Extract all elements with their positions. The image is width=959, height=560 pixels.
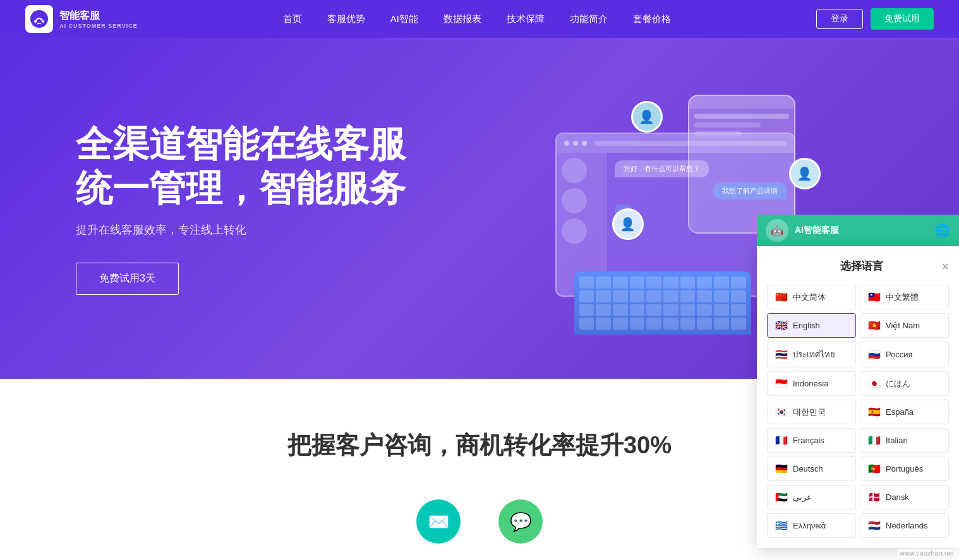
svg-point-1 — [34, 20, 37, 23]
keyboard-key — [731, 318, 746, 330]
hero-subtitle: 提升在线客服效率，专注线上转化 — [76, 222, 480, 237]
flag-icon: 🇰🇷 — [775, 406, 788, 418]
lang-item-ελληνικά[interactable]: 🇬🇷Ελληνικά — [767, 513, 856, 538]
flag-icon: 🇬🇧 — [775, 319, 788, 331]
nav-item-tech[interactable]: 技术保障 — [507, 13, 545, 25]
keyboard-key — [680, 290, 696, 302]
flag-icon: 🇹🇭 — [775, 349, 788, 360]
flag-icon: 🇦🇪 — [775, 491, 788, 503]
logo-text: 智能客服 AI CUSTOMER SERVICE — [59, 9, 138, 29]
keyboard-key — [663, 318, 679, 330]
lang-item-italian[interactable]: 🇮🇹Italian — [860, 428, 949, 453]
lang-name: Ελληνικά — [793, 521, 826, 530]
modal-header: 选择语言 × — [767, 259, 949, 273]
chat-title: AI智能客服 — [795, 225, 928, 236]
flag-icon: 🇹🇼 — [868, 291, 881, 303]
lang-item-ประเทศไทย[interactable]: 🇹🇭ประเทศไทย — [767, 342, 856, 367]
avatar-2: 👤 — [789, 158, 821, 189]
chat-bubble-2: 我想了解产品详情 — [713, 182, 787, 200]
logo: 智能客服 AI CUSTOMER SERVICE — [25, 5, 138, 33]
lang-item-português[interactable]: 🇵🇹Português — [860, 456, 949, 481]
lang-item-nederlands[interactable]: 🇳🇱Nederlands — [860, 513, 949, 538]
email-icon-circle: ✉️ — [416, 499, 461, 544]
flag-icon: 🇩🇰 — [868, 491, 881, 503]
keyboard-key — [714, 290, 729, 302]
flag-icon: 🇻🇳 — [868, 319, 881, 331]
wechat-icon-circle: 💬 — [498, 499, 543, 544]
lang-item-français[interactable]: 🇫🇷Français — [767, 428, 856, 453]
lang-item-english[interactable]: 🇬🇧English — [767, 313, 856, 338]
screen-header — [557, 134, 794, 153]
keyboard-key — [663, 290, 679, 302]
keyboard-key — [646, 277, 661, 289]
icon-card-email: ✉️ — [416, 499, 461, 544]
close-button[interactable]: × — [941, 260, 949, 273]
trial-button[interactable]: 免费试用 — [871, 8, 934, 30]
language-grid: 🇨🇳中文简体🇹🇼中文繁體🇬🇧English🇻🇳Việt Nam🇹🇭ประเทศไ… — [767, 285, 949, 538]
lang-name: Việt Nam — [886, 321, 920, 330]
keyboard-key — [697, 277, 712, 289]
nav-item-advantage[interactable]: 客服优势 — [327, 13, 365, 25]
keyboard-key — [579, 290, 594, 302]
globe-icon[interactable]: 🌐 — [934, 223, 950, 238]
keyboard-key — [630, 304, 645, 316]
lang-item-việt-nam[interactable]: 🇻🇳Việt Nam — [860, 313, 949, 338]
brand-sub: AI CUSTOMER SERVICE — [59, 23, 138, 29]
keyboard-key — [697, 290, 712, 302]
lang-name: عربي — [793, 492, 812, 502]
lang-name: Dansk — [886, 492, 909, 502]
keyboard-key — [714, 304, 729, 316]
lang-item-indonesia[interactable]: 🇮🇩Indonesia — [767, 371, 856, 396]
lang-name: Россия — [886, 350, 913, 359]
brand-name: 智能客服 — [59, 9, 138, 23]
flag-icon: 🇯🇵 — [868, 378, 881, 390]
lang-name: にほん — [886, 378, 910, 390]
nav-item-ai[interactable]: AI智能 — [390, 13, 418, 25]
keyboard-key — [579, 318, 594, 330]
lang-item-dansk[interactable]: 🇩🇰Dansk — [860, 485, 949, 509]
language-modal: 选择语言 × 🇨🇳中文简体🇹🇼中文繁體🇬🇧English🇻🇳Việt Nam🇹🇭… — [757, 246, 959, 548]
keyboard-key — [613, 304, 628, 316]
avatar-1: 👤 — [631, 101, 663, 133]
lang-item-عربي[interactable]: 🇦🇪عربي — [767, 485, 856, 509]
keyboard-key — [663, 277, 679, 289]
nav-item-data[interactable]: 数据报表 — [443, 13, 481, 25]
modal-title: 选择语言 — [782, 259, 941, 273]
svg-point-2 — [42, 20, 44, 23]
lang-item-中文简体[interactable]: 🇨🇳中文简体 — [767, 285, 856, 309]
keyboard-key — [646, 290, 661, 302]
lang-item-にほん[interactable]: 🇯🇵にほん — [860, 371, 949, 396]
keyboard-illustration: // Generate keyboard keys via JS — [574, 271, 751, 335]
hero-content: 全渠道智能在线客服 统一管理，智能服务 提升在线客服效率，专注线上转化 免费试用… — [76, 122, 480, 295]
lang-name: 中文繁體 — [886, 292, 919, 303]
login-button[interactable]: 登录 — [816, 9, 863, 29]
lang-name: España — [886, 407, 914, 417]
lang-item-中文繁體[interactable]: 🇹🇼中文繁體 — [860, 285, 949, 309]
nav-item-pricing[interactable]: 套餐价格 — [633, 13, 671, 25]
keyboard-key — [596, 277, 611, 289]
lang-name: Indonesia — [793, 379, 828, 388]
lang-name: 中文简体 — [793, 292, 826, 303]
keyboard-key — [613, 290, 628, 302]
flag-icon: 🇮🇩 — [775, 378, 788, 390]
flag-icon: 🇷🇺 — [868, 349, 881, 360]
chat-bubble-1: 您好，有什么可以帮您？ — [615, 160, 709, 177]
avatar-3: 👤 — [612, 208, 644, 240]
lang-item-españa[interactable]: 🇪🇸España — [860, 400, 949, 424]
nav-item-home[interactable]: 首页 — [283, 13, 302, 25]
navbar: 智能客服 AI CUSTOMER SERVICE 首页 客服优势 AI智能 数据… — [0, 0, 959, 38]
lang-item-россия[interactable]: 🇷🇺Россия — [860, 342, 949, 367]
nav-links: 首页 客服优势 AI智能 数据报表 技术保障 功能简介 套餐价格 — [283, 13, 671, 25]
nav-item-features[interactable]: 功能简介 — [570, 13, 608, 25]
keyboard-key — [680, 277, 696, 289]
lang-item-대한민국[interactable]: 🇰🇷대한민국 — [767, 400, 856, 424]
hero-trial-button[interactable]: 免费试用3天 — [76, 263, 179, 295]
keyboard-key — [731, 304, 746, 316]
keyboard-key — [596, 304, 611, 316]
keyboard-key — [596, 290, 611, 302]
nav-actions: 登录 免费试用 — [816, 8, 934, 30]
watermark: www.tiaozhan.net — [897, 549, 956, 557]
flag-icon: 🇵🇹 — [868, 463, 881, 475]
keyboard-key — [697, 304, 712, 316]
lang-item-deutsch[interactable]: 🇩🇪Deutsch — [767, 456, 856, 481]
